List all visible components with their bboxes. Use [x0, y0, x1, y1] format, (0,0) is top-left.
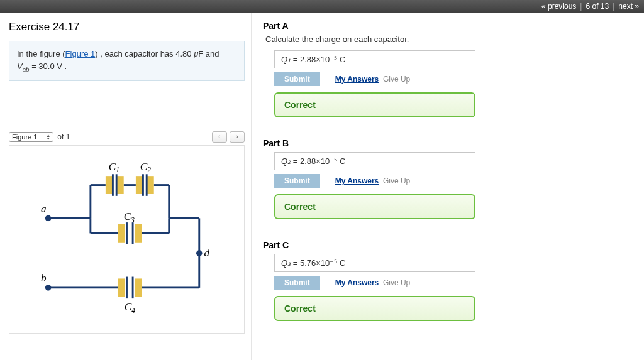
figure-select[interactable]: Figure 1 ▲▼ [9, 132, 53, 142]
unit-q2: C [337, 156, 345, 166]
top-nav-bar: « previous | 6 of 13 | next » [0, 0, 644, 13]
answer-field-q3[interactable]: Q₃ = 5.76×10⁻⁵ C [274, 254, 475, 272]
svg-rect-31 [135, 278, 142, 297]
circuit-diagram: C1 C2 C3 C4 a b d [12, 148, 242, 330]
figure-select-label: Figure 1 [12, 133, 37, 141]
left-pane: Exercise 24.17 In the figure (Figure 1) … [0, 13, 252, 360]
answer-field-q2[interactable]: Q₂ = 2.88×10⁻⁵ C [274, 152, 475, 170]
label-a: a [41, 202, 47, 214]
var-q1: Q₁ [281, 55, 291, 64]
figure-next-button[interactable]: › [230, 131, 245, 143]
submit-button-a[interactable]: Submit [274, 72, 320, 86]
figure-toolbar: Figure 1 ▲▼ of 1 ‹ › [9, 131, 245, 143]
svg-rect-22 [136, 176, 143, 194]
val-q2: 2.88×10⁻⁵ [300, 156, 337, 166]
part-c-title: Part C [263, 240, 633, 250]
problem-statement: In the figure (Figure 1) , each capacito… [9, 41, 245, 81]
part-a: Part A Calculate the charge on each capa… [263, 21, 633, 117]
separator [263, 231, 633, 231]
var-q3: Q₃ [281, 258, 291, 268]
svg-rect-23 [147, 176, 154, 194]
eq: = [291, 258, 300, 268]
separator [263, 129, 633, 129]
label-c2: C2 [140, 160, 152, 173]
prev-link[interactable]: « previous [541, 2, 576, 11]
label-c3: C3 [124, 210, 135, 224]
unit-q3: C [337, 258, 345, 268]
nav-position: 6 of 13 [586, 2, 609, 11]
submit-button-c[interactable]: Submit [274, 276, 320, 290]
svg-rect-30 [118, 278, 125, 297]
nav-sep: | [613, 2, 614, 11]
feedback-correct-b: Correct [274, 194, 475, 219]
give-up-link-b[interactable]: Give Up [383, 177, 410, 185]
feedback-correct-a: Correct [274, 92, 475, 117]
nav-sep: | [580, 2, 582, 11]
svg-rect-19 [116, 176, 124, 194]
figure-prev-button[interactable]: ‹ [212, 131, 227, 143]
val-q1: 2.88×10⁻⁵ [300, 55, 337, 64]
val-q3: 5.76×10⁻⁵ [300, 258, 337, 268]
submit-button-b[interactable]: Submit [274, 174, 320, 188]
my-answers-link-a[interactable]: My Answers [335, 75, 379, 84]
part-b: Part B Q₂ = 2.88×10⁻⁵ C Submit My Answer… [263, 138, 633, 219]
part-b-title: Part B [263, 138, 633, 148]
svg-point-16 [45, 285, 52, 291]
svg-rect-27 [135, 224, 142, 243]
var-q2: Q₂ [281, 156, 291, 166]
figure-count: of 1 [57, 133, 70, 141]
unit-q1: C [337, 55, 345, 64]
answer-field-q1[interactable]: Q₁ = 2.88×10⁻⁵ C [274, 50, 475, 68]
eq: = [291, 55, 300, 64]
label-c4: C4 [125, 301, 136, 314]
svg-rect-26 [118, 224, 125, 243]
stepper-icon[interactable]: ▲▼ [46, 134, 50, 140]
part-a-title: Part A [263, 21, 633, 31]
statement-pre: In the figure ( [17, 49, 65, 58]
figure-link[interactable]: Figure 1 [65, 49, 96, 58]
figure-canvas: C1 C2 C3 C4 a b d [9, 145, 245, 334]
svg-point-17 [196, 250, 203, 256]
label-d: d [204, 247, 209, 259]
part-a-instruction: Calculate the charge on each capacitor. [265, 35, 633, 44]
label-c1: C1 [109, 160, 119, 173]
exercise-title: Exercise 24.17 [9, 21, 245, 33]
my-answers-link-c[interactable]: My Answers [335, 278, 379, 287]
give-up-link-a[interactable]: Give Up [383, 75, 410, 84]
part-c: Part C Q₃ = 5.76×10⁻⁵ C Submit My Answer… [263, 240, 633, 321]
svg-point-15 [45, 215, 52, 221]
next-link[interactable]: next » [618, 2, 639, 11]
my-answers-link-b[interactable]: My Answers [335, 177, 379, 185]
right-pane: Part A Calculate the charge on each capa… [252, 13, 644, 360]
svg-rect-18 [106, 176, 113, 194]
feedback-correct-c: Correct [274, 296, 475, 321]
give-up-link-c[interactable]: Give Up [383, 278, 410, 287]
label-b: b [41, 272, 47, 284]
eq: = [291, 156, 300, 166]
